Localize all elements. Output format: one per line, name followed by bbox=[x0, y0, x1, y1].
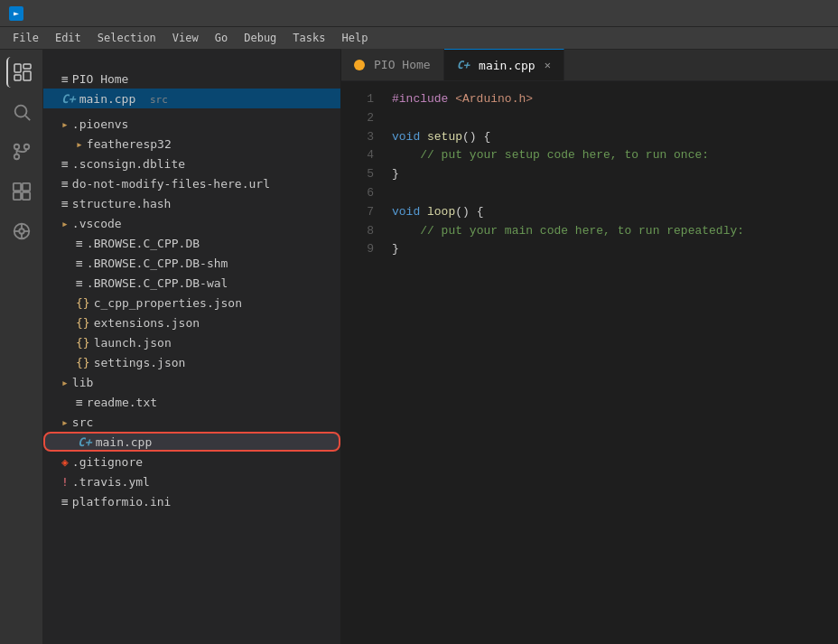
remote-activity-icon[interactable] bbox=[6, 216, 37, 247]
readmetxt-icon: ≡ bbox=[76, 396, 83, 409]
svg-point-6 bbox=[14, 145, 19, 150]
sconsigndblite-icon: ≡ bbox=[61, 157, 69, 171]
tree-item-browseccppdbshm[interactable]: ≡.BROWSE.C_CPP.DB-shm bbox=[43, 253, 340, 273]
tree-item-vscode[interactable]: ▸.vscode bbox=[43, 213, 340, 233]
tab-close-button[interactable]: ✕ bbox=[545, 59, 551, 71]
title-bar: ► bbox=[0, 0, 838, 27]
travisyml-icon: ! bbox=[61, 475, 69, 489]
open-editor-maincpp-label: main.cpp src bbox=[79, 92, 168, 106]
tree-item-featheresp32[interactable]: ▸featheresp32 bbox=[43, 134, 340, 154]
menu-item-file[interactable]: File bbox=[5, 30, 46, 46]
menu-item-view[interactable]: View bbox=[165, 30, 206, 46]
tree-item-settingsjson[interactable]: {}settings.json bbox=[43, 352, 340, 372]
svg-line-5 bbox=[25, 116, 30, 120]
featheresp32-label: featheresp32 bbox=[87, 137, 172, 151]
src-icon: ▸ bbox=[61, 415, 69, 429]
open-editor-maincpp[interactable]: C+ main.cpp src bbox=[43, 89, 340, 108]
settingsjson-label: settings.json bbox=[94, 356, 186, 369]
tab-main-cpp[interactable]: C+ main.cpp ✕ bbox=[444, 49, 564, 80]
code-line-5: } bbox=[392, 165, 838, 184]
tree-item-travisyml[interactable]: !.travis.yml bbox=[43, 471, 340, 491]
menu-item-tasks[interactable]: Tasks bbox=[285, 30, 332, 46]
search-activity-icon[interactable] bbox=[6, 97, 37, 127]
tab-pio-home[interactable]: PIO Home bbox=[341, 49, 444, 80]
browseccppdbshm-label: .BROWSE.C_CPP.DB-shm bbox=[87, 257, 228, 270]
sidebar: ≡ PIO Home C+ main.cpp src ▸.pioenvs▸fea… bbox=[43, 50, 341, 644]
svg-rect-11 bbox=[13, 192, 20, 200]
donotmodifyfileshereurl-label: do-not-modify-files-here.url bbox=[72, 177, 270, 191]
tree-item-lib[interactable]: ▸lib bbox=[43, 372, 340, 392]
tree-item-sconsigndblite[interactable]: ≡.sconsign.dblite bbox=[43, 154, 340, 173]
line-number-8: 8 bbox=[341, 222, 374, 241]
gitignore-label: .gitignore bbox=[72, 455, 143, 469]
svg-rect-12 bbox=[22, 192, 29, 200]
line-number-6: 6 bbox=[341, 184, 374, 203]
main-container: ≡ PIO Home C+ main.cpp src ▸.pioenvs▸fea… bbox=[0, 50, 838, 644]
extensionsjson-label: extensions.json bbox=[94, 316, 200, 330]
line-numbers: 123456789 bbox=[341, 90, 386, 635]
extensions-activity-icon[interactable] bbox=[6, 176, 37, 207]
featheresp32-icon: ▸ bbox=[76, 137, 83, 151]
svg-point-4 bbox=[14, 106, 26, 117]
code-line-8: // put your main code here, to run repea… bbox=[392, 222, 838, 241]
code-line-6 bbox=[392, 184, 838, 203]
explorer-activity-icon[interactable] bbox=[6, 57, 37, 88]
tree-item-readmetxt[interactable]: ≡readme.txt bbox=[43, 392, 340, 412]
tree-item-browseccppdb[interactable]: ≡.BROWSE.C_CPP.DB bbox=[43, 233, 340, 253]
open-editor-pio-label: PIO Home bbox=[72, 72, 129, 86]
structurehash-icon: ≡ bbox=[61, 197, 69, 210]
app-icon: ► bbox=[9, 6, 23, 21]
maincpp-icon: C+ bbox=[78, 435, 92, 449]
cpp-tab-icon: C+ bbox=[457, 59, 470, 71]
tree-item-src[interactable]: ▸src bbox=[43, 412, 340, 432]
sidebar-title bbox=[43, 50, 340, 63]
svg-rect-10 bbox=[22, 183, 29, 191]
menu-item-help[interactable]: Help bbox=[334, 30, 375, 46]
menu-item-edit[interactable]: Edit bbox=[48, 30, 88, 46]
menu-item-debug[interactable]: Debug bbox=[237, 30, 284, 46]
menu-bar: FileEditSelectionViewGoDebugTasksHelp bbox=[0, 27, 838, 50]
tree-item-extensionsjson[interactable]: {}extensions.json bbox=[43, 313, 340, 332]
tree-item-gitignore[interactable]: ◈.gitignore bbox=[43, 452, 340, 471]
code-content: #include <Arduino.h> void setup() { // p… bbox=[386, 90, 838, 635]
activity-bar bbox=[0, 50, 43, 644]
tree-item-structurehash[interactable]: ≡structure.hash bbox=[43, 193, 340, 213]
launchjson-label: launch.json bbox=[94, 336, 172, 350]
line-number-5: 5 bbox=[341, 165, 374, 184]
tree-item-browseccppdbwal[interactable]: ≡.BROWSE.C_CPP.DB-wal bbox=[43, 273, 340, 293]
line-number-4: 4 bbox=[341, 146, 374, 165]
tree-item-launchjson[interactable]: {}launch.json bbox=[43, 332, 340, 352]
svg-rect-3 bbox=[14, 75, 21, 80]
pio-home-file-icon: ≡ bbox=[61, 72, 69, 86]
tree-item-pioenvs[interactable]: ▸.pioenvs bbox=[43, 114, 340, 134]
tree-item-platformioini[interactable]: ≡platformio.ini bbox=[43, 491, 340, 511]
platformioini-label: platformio.ini bbox=[72, 495, 172, 509]
tree-item-maincpp[interactable]: C+main.cpp bbox=[43, 432, 340, 452]
code-line-7: void loop() { bbox=[392, 203, 838, 222]
vscode-label: .vscode bbox=[72, 217, 122, 230]
readmetxt-label: readme.txt bbox=[87, 396, 157, 409]
tab-bar: PIO Home C+ main.cpp ✕ bbox=[341, 50, 838, 81]
menu-item-go[interactable]: Go bbox=[208, 30, 235, 46]
pioenvs-label: .pioenvs bbox=[72, 117, 129, 131]
source-control-activity-icon[interactable] bbox=[6, 136, 37, 167]
maincpp-label: main.cpp bbox=[96, 435, 153, 449]
code-editor[interactable]: 123456789 #include <Arduino.h> void setu… bbox=[341, 81, 838, 644]
tree-item-ccpppropertiesjson[interactable]: {}c_cpp_properties.json bbox=[43, 293, 340, 313]
settingsjson-icon: {} bbox=[76, 356, 90, 369]
svg-rect-9 bbox=[13, 183, 20, 191]
svg-rect-2 bbox=[23, 71, 31, 80]
svg-point-8 bbox=[23, 145, 29, 150]
open-editor-pio[interactable]: ≡ PIO Home bbox=[43, 69, 340, 89]
line-number-7: 7 bbox=[341, 203, 374, 222]
tree-item-donotmodifyfileshereurl[interactable]: ≡do-not-modify-files-here.url bbox=[43, 173, 340, 193]
browseccppdbwal-label: .BROWSE.C_CPP.DB-wal bbox=[87, 276, 228, 290]
code-line-1: #include <Arduino.h> bbox=[392, 90, 838, 109]
browseccppdb-icon: ≡ bbox=[76, 237, 83, 250]
travisyml-label: .travis.yml bbox=[72, 475, 150, 489]
donotmodifyfileshereurl-icon: ≡ bbox=[61, 177, 69, 191]
gitignore-icon: ◈ bbox=[61, 455, 69, 469]
line-number-3: 3 bbox=[341, 128, 374, 147]
lib-icon: ▸ bbox=[61, 376, 69, 389]
menu-item-selection[interactable]: Selection bbox=[90, 30, 163, 46]
